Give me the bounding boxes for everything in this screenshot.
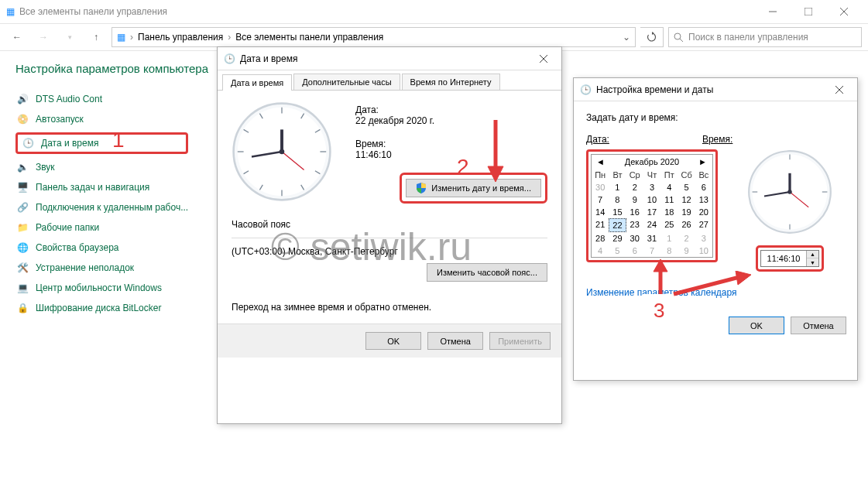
address-bar[interactable]: ▦ › Панель управления › Все элементы пан… — [112, 27, 636, 47]
cancel-button[interactable]: Отмена — [791, 317, 846, 334]
calendar-weekday: Вт — [609, 169, 626, 181]
tab-additional-clocks[interactable]: Дополнительные часы — [293, 74, 400, 90]
ok-button[interactable]: OK — [365, 332, 421, 350]
time-field[interactable] — [761, 253, 806, 264]
calendar-day[interactable]: 4 — [660, 181, 678, 193]
calendar-day[interactable]: 23 — [626, 218, 643, 232]
calendar-day[interactable]: 11 — [660, 193, 678, 206]
cp-icon: ▦ — [117, 32, 125, 43]
change-timezone-button[interactable]: Изменить часовой пояс... — [427, 263, 547, 282]
calendar-day[interactable]: 15 — [609, 206, 626, 218]
calendar-day[interactable]: 2 — [626, 181, 643, 193]
refresh-button[interactable] — [640, 27, 664, 47]
calendar-day[interactable]: 17 — [643, 206, 660, 218]
list-item[interactable]: 💻Центр мобильности Windows — [15, 281, 188, 295]
dialog-title: Настройка времени и даты — [596, 84, 713, 95]
annotation-box-2: Изменить дату и время... — [400, 173, 547, 204]
back-button[interactable]: ← — [6, 26, 28, 48]
list-item-label: DTS Audio Cont — [36, 94, 102, 104]
close-button[interactable] — [532, 50, 555, 67]
calendar-day[interactable]: 7 — [592, 193, 609, 206]
calendar-day[interactable]: 3 — [643, 181, 660, 193]
time-input[interactable]: ▲▼ — [760, 250, 819, 267]
tab-internet-time[interactable]: Время по Интернету — [402, 74, 500, 90]
calendar-month[interactable]: Декабрь 2020 — [625, 157, 679, 166]
recent-dropdown[interactable]: ▾ — [59, 26, 81, 48]
forward-button[interactable]: → — [33, 26, 54, 48]
calendar-day[interactable]: 20 — [695, 206, 712, 218]
list-item[interactable]: 📀Автозапуск — [15, 112, 188, 126]
analog-clock — [747, 149, 832, 234]
cp-item-datetime[interactable]: 🕒Дата и время — [21, 136, 183, 150]
ok-button[interactable]: OK — [729, 317, 784, 334]
calendar-day[interactable]: 9 — [678, 245, 695, 257]
date-label: Дата: — [586, 134, 609, 145]
calendar-day[interactable]: 9 — [626, 193, 643, 206]
calendar-weekday: Пн — [592, 169, 609, 181]
search-input[interactable]: Поиск в панели управления — [668, 27, 862, 47]
calendar-day[interactable]: 26 — [678, 218, 695, 232]
breadcrumb-2[interactable]: Все элементы панели управления — [235, 32, 383, 43]
calendar-day[interactable]: 4 — [592, 245, 609, 257]
calendar-day[interactable]: 12 — [678, 193, 695, 206]
close-button[interactable] — [828, 81, 851, 98]
calendar-day[interactable]: 30 — [592, 181, 609, 193]
time-value: 11:46:10 — [355, 149, 547, 160]
calendar-day[interactable]: 31 — [643, 232, 660, 245]
calendar-day[interactable]: 16 — [626, 206, 643, 218]
apply-button[interactable]: Применить — [489, 332, 551, 350]
calendar-day[interactable]: 2 — [678, 232, 695, 245]
cancel-button[interactable]: Отмена — [427, 332, 483, 350]
calendar-day[interactable]: 5 — [678, 181, 695, 193]
up-button[interactable]: ↑ — [85, 26, 107, 48]
calendar-day[interactable]: 10 — [643, 193, 660, 206]
calendar-day[interactable]: 6 — [626, 245, 643, 257]
calendar-day[interactable]: 6 — [695, 181, 712, 193]
address-dropdown-icon[interactable]: ⌄ — [623, 32, 630, 43]
list-item[interactable]: 🖥️Панель задач и навигация — [15, 180, 188, 194]
calendar-day[interactable]: 25 — [660, 218, 678, 232]
calendar-day[interactable]: 1 — [660, 232, 678, 245]
calendar-day[interactable]: 14 — [592, 206, 609, 218]
next-month-button[interactable]: ► — [698, 157, 708, 166]
calendar-day[interactable]: 30 — [626, 232, 643, 245]
breadcrumb-1[interactable]: Панель управления — [138, 32, 223, 43]
generic-icon: 🌐 — [15, 241, 29, 255]
list-item[interactable]: 🔒Шифрование диска BitLocker — [15, 301, 188, 315]
maximize-button[interactable] — [791, 0, 826, 23]
calendar-day[interactable]: 5 — [609, 245, 626, 257]
calendar-day[interactable]: 1 — [609, 181, 626, 193]
calendar-day[interactable]: 3 — [695, 232, 712, 245]
tab-datetime[interactable]: Дата и время — [222, 74, 292, 91]
calendar-day[interactable]: 19 — [678, 206, 695, 218]
calendar-day[interactable]: 28 — [592, 232, 609, 245]
calendar[interactable]: ◄ Декабрь 2020 ► ПнВтСрЧтПтСбВс301234567… — [591, 154, 713, 258]
time-spinner[interactable]: ▲▼ — [806, 251, 818, 266]
list-item[interactable]: 🔊DTS Audio Cont — [15, 92, 188, 106]
prev-month-button[interactable]: ◄ — [596, 157, 606, 166]
list-item[interactable]: 🔈Звук — [15, 160, 188, 174]
list-item[interactable]: 🛠️Устранение неполадок — [15, 261, 188, 275]
svg-line-40 — [674, 277, 739, 294]
calendar-day[interactable]: 22 — [609, 218, 626, 232]
calendar-day[interactable]: 18 — [660, 206, 678, 218]
calendar-day[interactable]: 7 — [643, 245, 660, 257]
generic-icon: 🔊 — [15, 92, 29, 106]
minimize-button[interactable] — [755, 0, 791, 23]
calendar-day[interactable]: 29 — [609, 232, 626, 245]
list-item[interactable]: 🌐Свойства браузера — [15, 241, 188, 255]
list-item[interactable]: 📁Рабочие папки — [15, 221, 188, 234]
calendar-day[interactable]: 27 — [695, 218, 712, 232]
calendar-day[interactable]: 8 — [609, 193, 626, 206]
generic-icon: 🔒 — [15, 301, 29, 315]
set-datetime-dialog: 🕒 Настройка времени и даты Задать дату и… — [573, 77, 858, 381]
change-datetime-button[interactable]: Изменить дату и время... — [406, 179, 541, 197]
calendar-day[interactable]: 10 — [695, 245, 712, 257]
list-item[interactable]: 🔗Подключения к удаленным рабоч... — [15, 200, 188, 214]
close-button[interactable] — [826, 0, 862, 23]
calendar-weekday: Пт — [660, 169, 678, 181]
calendar-day[interactable]: 24 — [643, 218, 660, 232]
calendar-day[interactable]: 8 — [660, 245, 678, 257]
calendar-day[interactable]: 13 — [695, 193, 712, 206]
calendar-day[interactable]: 21 — [592, 218, 609, 232]
